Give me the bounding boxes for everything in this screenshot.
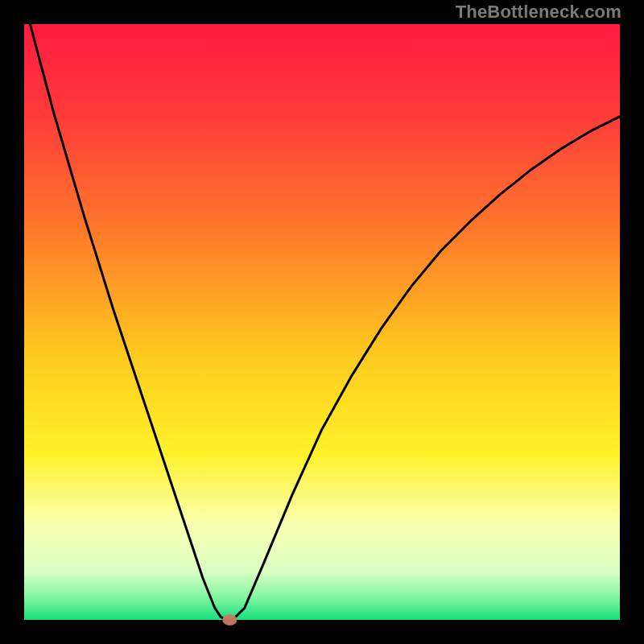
chart-frame: TheBottleneck.com: [0, 0, 644, 644]
bottleneck-plot: [0, 0, 644, 644]
marker-dot: [222, 614, 237, 625]
gradient-background: [24, 24, 620, 620]
